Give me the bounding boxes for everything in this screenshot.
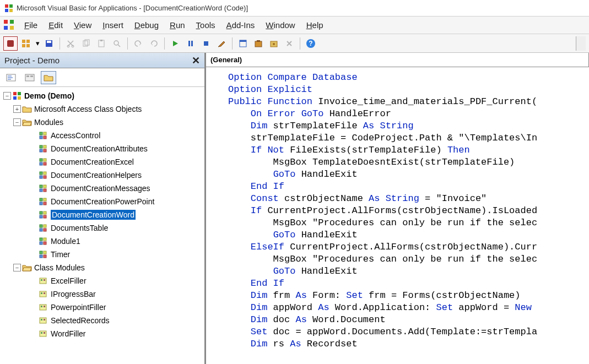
tree-class-modules-folder[interactable]: − Class Modules [1,261,203,274]
tree-module-item[interactable]: DocumentCreationMessages [1,182,203,195]
svg-rect-78 [44,238,46,241]
tree-class-module-item[interactable]: ExcelFiller [1,274,203,287]
tree-module-item[interactable]: DocumentCreationWord [1,208,203,221]
tree-class-module-item[interactable]: SelectedRecords [1,314,203,327]
svg-rect-85 [40,278,46,284]
svg-rect-68 [44,202,46,205]
svg-rect-99 [44,332,45,334]
svg-rect-55 [40,162,42,165]
module-icon [39,223,48,233]
tree-class-module-item[interactable]: IProgressBar [1,287,203,301]
svg-rect-74 [44,225,46,227]
tree-modules-folder[interactable]: − Modules [1,116,203,129]
dropdown-arrow-icon[interactable]: ▾ [34,36,41,51]
object-dropdown-label: (General) [210,56,242,64]
properties-button[interactable] [251,36,266,51]
design-mode-button[interactable] [214,36,229,51]
object-dropdown[interactable]: (General) [206,53,589,67]
tree-module-label: Module1 [51,237,80,246]
project-tree[interactable]: − Demo (Demo) + Microsoft Access Class O… [0,87,204,364]
menu-debug[interactable]: Debug [129,18,164,32]
svg-rect-29 [257,40,260,42]
menu-edit[interactable]: Edit [43,18,68,32]
find-button[interactable] [110,36,124,51]
tree-class-module-label: ExcelFiller [51,276,87,285]
tree-module-label: DocumentCreationMessages [51,184,150,193]
menu-icon [3,19,15,31]
tree-class-modules-label: Class Modules [34,263,85,272]
expander-icon[interactable]: − [13,264,21,271]
menu-run[interactable]: Run [164,18,191,32]
menu-tools[interactable]: Tools [191,18,221,32]
project-explorer-button[interactable] [236,36,250,51]
menu-addins[interactable]: Add-Ins [221,18,261,32]
svg-rect-92 [41,306,42,307]
toggle-folders-button[interactable] [41,71,56,84]
svg-rect-7 [10,26,14,30]
tree-module-item[interactable]: Module1 [1,235,203,248]
svg-rect-65 [40,198,42,201]
toolbar-overflow[interactable] [576,36,586,51]
tree-root[interactable]: − Demo (Demo) [1,89,203,102]
class-module-icon [39,289,48,299]
paste-button[interactable] [94,36,109,51]
tree-module-label: DocumentsTable [51,224,108,232]
svg-rect-87 [44,279,45,281]
close-icon[interactable]: ✕ [189,54,202,67]
svg-rect-41 [13,92,17,95]
copy-button[interactable] [79,36,93,51]
menu-window[interactable]: Window [260,18,300,32]
tree-module-item[interactable]: DocumentCreationPowerPoint [1,195,203,208]
tree-class-module-item[interactable]: WordFiller [1,327,203,340]
module-icon [39,197,48,207]
insert-module-button[interactable] [19,36,33,51]
save-button[interactable] [42,36,56,51]
svg-rect-49 [40,145,42,148]
object-browser-button[interactable] [267,36,281,51]
toolbox-button[interactable] [282,36,296,51]
svg-rect-38 [25,74,34,81]
tree-module-item[interactable]: AccessControl [1,129,203,142]
menu-insert[interactable]: Insert [97,18,129,32]
tree-access-objects[interactable]: + Microsoft Access Class Objects [1,102,203,116]
module-icon [39,170,48,180]
expander-icon[interactable]: − [3,92,11,100]
view-object-button[interactable] [22,71,37,84]
menu-file[interactable]: File [19,18,43,32]
svg-rect-25 [204,41,208,46]
run-button[interactable] [168,36,182,51]
svg-rect-39 [26,75,29,77]
view-code-button[interactable] [3,71,19,84]
module-icon [39,144,48,154]
undo-button[interactable] [131,36,145,51]
menu-view[interactable]: View [68,18,97,32]
cut-button[interactable] [63,36,78,51]
tree-module-item[interactable]: DocumentCreationHelpers [1,169,203,182]
module-icon [39,236,48,246]
redo-button[interactable] [147,36,161,51]
svg-rect-2 [5,9,8,12]
tree-module-item[interactable]: Timer [1,248,203,261]
menu-help[interactable]: Help [301,18,329,32]
stop-button[interactable] [199,36,213,51]
svg-rect-73 [40,225,42,227]
svg-rect-47 [40,136,42,139]
expander-icon[interactable]: + [13,105,21,113]
svg-point-31 [273,43,275,45]
svg-rect-23 [188,41,190,46]
tree-class-module-item[interactable]: PowerpointFiller [1,301,203,314]
project-pane-header: Project - Demo ✕ [0,53,204,68]
svg-rect-57 [40,172,42,175]
tree-module-item[interactable]: DocumentsTable [1,221,203,235]
expander-icon[interactable]: − [13,118,21,126]
view-access-button[interactable] [3,36,18,51]
svg-rect-51 [40,149,42,152]
tree-module-item[interactable]: DocumentCreationAttributes [1,142,203,155]
tree-class-module-label: SelectedRecords [51,316,110,325]
pause-button[interactable] [183,36,198,51]
tree-module-item[interactable]: DocumentCreationExcel [1,155,203,169]
help-button[interactable]: ? [304,36,318,51]
svg-point-21 [114,41,118,45]
code-editor[interactable]: Option Compare Database Option Explicit … [206,67,589,364]
svg-rect-90 [44,292,45,294]
